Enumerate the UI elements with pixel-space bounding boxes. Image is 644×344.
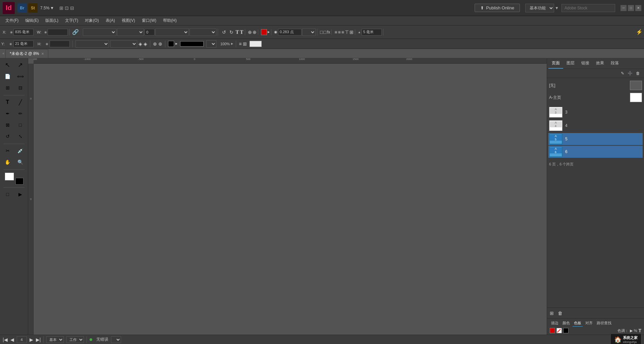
fx-label[interactable]: fx [327, 30, 330, 35]
col-icon-3[interactable]: ⊞ [243, 41, 247, 47]
preview-btn[interactable]: ▶ [14, 189, 26, 200]
color-tab[interactable]: 颜色 [561, 320, 571, 327]
scale-tool[interactable]: ⤡ [14, 131, 26, 142]
fill-color-indicator[interactable] [15, 178, 23, 185]
b-icon-1[interactable]: ◈ [139, 41, 142, 47]
rect-tool[interactable]: □ [14, 120, 26, 130]
content-placer-tool[interactable]: ⊟ [14, 82, 26, 93]
stroke-tab[interactable]: 描边 [550, 320, 560, 327]
effect-icon-2[interactable]: □ [323, 29, 326, 35]
current-page-input[interactable]: 4 [17, 336, 27, 343]
adobe-stock-search[interactable] [561, 4, 615, 12]
hand-tool[interactable]: ✋ [2, 157, 14, 167]
x-input[interactable] [13, 29, 34, 36]
a-master-row[interactable]: A-主页 [548, 91, 643, 104]
page-4-row[interactable]: A4 4 [548, 120, 643, 132]
normal-view-btn[interactable]: □ [2, 189, 14, 200]
align-middle-icon[interactable]: ⊞ [350, 29, 354, 35]
panel-bottom-new-btn[interactable]: ⊞ [548, 310, 555, 317]
status-select[interactable] [111, 336, 121, 343]
page-3-row[interactable]: A3 3 [548, 106, 643, 118]
col-input[interactable]: 5 毫米 [362, 29, 382, 36]
tab-layers[interactable]: 图层 [563, 58, 578, 69]
pen-tool[interactable]: ✒ [2, 108, 14, 119]
y-arrow[interactable]: ◉ [9, 42, 12, 46]
page-5-row[interactable]: A5 5 [548, 133, 643, 145]
menu-window[interactable]: 窗口(W) [139, 16, 159, 25]
bridge-logo[interactable]: Br [17, 3, 27, 13]
menu-layout[interactable]: 版面(L) [43, 16, 61, 25]
workspace-chevron-icon[interactable]: ▼ [555, 6, 559, 10]
tab-paragraph[interactable]: 段落 [607, 58, 622, 69]
col-icon-2[interactable]: ≡ [239, 41, 241, 47]
misc-icon-2[interactable]: ⊕ [253, 29, 257, 35]
fill-chevron[interactable]: ▶ [175, 42, 177, 45]
close-button[interactable]: ✕ [635, 5, 641, 11]
align-left-icon[interactable]: ≡ [334, 29, 337, 35]
stroke-type-select[interactable] [206, 40, 216, 48]
h-input[interactable] [50, 41, 70, 47]
col-icon-up[interactable]: ▲ [358, 30, 361, 34]
transform-val[interactable] [145, 29, 155, 36]
align-top-icon[interactable]: ⊤ [345, 29, 349, 35]
prev-page-btn[interactable]: ◀ [10, 337, 14, 342]
menu-view[interactable]: 视图(V) [119, 16, 138, 25]
tab-pages[interactable]: 页面 [548, 58, 563, 69]
transform-select-1[interactable] [83, 28, 116, 36]
black-swatch[interactable] [563, 328, 569, 333]
toolbar-select-b1[interactable] [75, 40, 109, 48]
red-swatch[interactable] [550, 328, 555, 333]
transform-select-2[interactable] [117, 28, 144, 36]
fill-color-swatch[interactable] [168, 41, 174, 47]
stroke-weight-unit[interactable] [302, 28, 316, 36]
next-page-btn[interactable]: ▶ [30, 337, 33, 342]
maximize-button[interactable]: □ [628, 5, 634, 11]
toolbar-right-icon[interactable]: ⚡ [636, 29, 643, 35]
align-tab[interactable]: 对齐 [584, 320, 594, 327]
first-page-btn[interactable]: |◀ [3, 337, 8, 342]
transform-select-3[interactable] [155, 28, 189, 36]
b-icon-3[interactable]: ⊕ [153, 41, 157, 47]
workspace-select[interactable]: 基本功能 [525, 4, 554, 12]
menu-table[interactable]: 表(A) [103, 16, 118, 25]
scissors-tool[interactable]: ✂ [2, 145, 14, 156]
tab-close-btn[interactable]: ✕ [41, 52, 44, 56]
stock-logo[interactable]: St [28, 3, 38, 13]
misc-icon-1[interactable]: ⊕ [248, 29, 252, 35]
panel-add-btn[interactable]: ➕ [626, 70, 634, 76]
stroke-color-swatch[interactable] [261, 29, 267, 35]
tab-effects[interactable]: 效果 [593, 58, 607, 69]
pathfinder-tab[interactable]: 路径查找 [595, 320, 613, 327]
content-collector-tool[interactable]: ⊞ [2, 82, 14, 93]
y-input[interactable] [13, 41, 34, 47]
eyedropper-tool[interactable]: 💉 [14, 145, 26, 156]
rotate-ccw-btn[interactable]: ↻ [228, 29, 235, 36]
panel-edit-btn[interactable]: ✎ [620, 70, 626, 76]
menu-text[interactable]: 文字(T) [62, 16, 81, 25]
stroke-chevron[interactable]: ▶ [268, 30, 270, 33]
type-tool[interactable]: T [2, 97, 14, 108]
w-input[interactable] [48, 29, 68, 36]
zoom-chevron-icon[interactable]: ▼ [50, 6, 54, 10]
menu-help[interactable]: 帮助(H) [160, 16, 179, 25]
select-tool[interactable]: ↖ [2, 60, 14, 70]
rect-frame-tool[interactable]: ⊠ [2, 120, 14, 130]
T-icon[interactable]: T [638, 328, 641, 333]
line-tool[interactable]: ╱ [14, 97, 26, 108]
h-arrow[interactable]: ◉ [46, 42, 48, 46]
arrangement-icon-3[interactable]: ⊟ [70, 5, 74, 11]
publish-online-button[interactable]: ⬆ Publish Online [475, 4, 520, 12]
b-icon-4[interactable]: ⊕ [158, 41, 162, 47]
effect-icon-1[interactable]: □ [320, 29, 323, 35]
page-6-row[interactable]: A6 6 [548, 146, 643, 158]
master-select[interactable]: 基本 [46, 336, 64, 343]
last-page-btn[interactable]: ▶| [36, 337, 41, 342]
panel-trash-btn[interactable]: 🗑 [635, 70, 641, 76]
arrangement-icon-1[interactable]: ⊞ [59, 5, 63, 11]
lock-icon[interactable]: 🔗 [71, 29, 80, 35]
menu-edit[interactable]: 编辑(E) [22, 16, 41, 25]
tab-collapse-btn[interactable]: « [1, 49, 5, 58]
menu-object[interactable]: 对象(O) [82, 16, 101, 25]
work-select[interactable]: 工作 [66, 336, 84, 343]
rotate-tool[interactable]: ↺ [2, 131, 14, 142]
